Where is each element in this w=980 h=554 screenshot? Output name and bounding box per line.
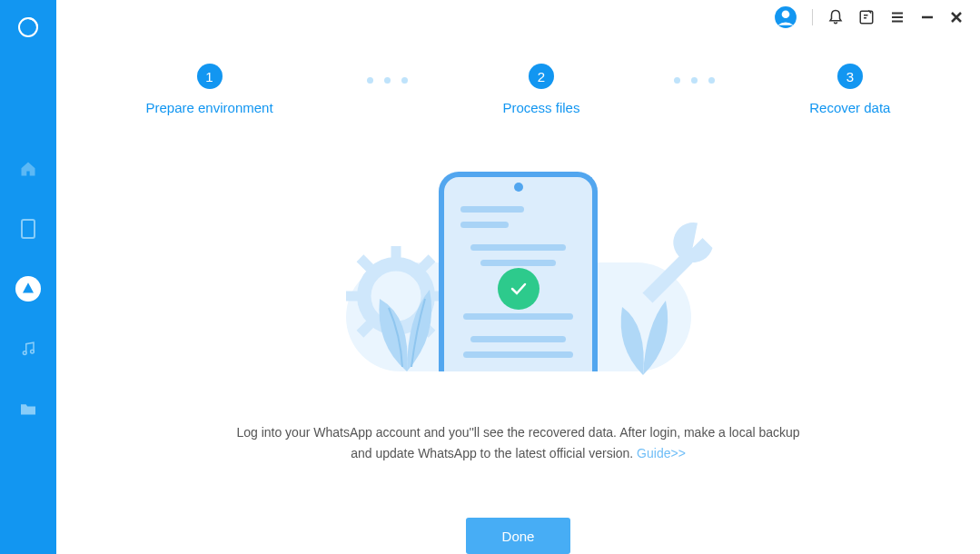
step-2: 2 Process files xyxy=(502,64,579,115)
feedback-icon[interactable] xyxy=(858,9,875,25)
sidebar-item-music[interactable] xyxy=(15,336,41,361)
done-button[interactable]: Done xyxy=(466,518,570,554)
close-button[interactable] xyxy=(949,10,964,25)
minimize-button[interactable] xyxy=(920,10,935,25)
sidebar-nav xyxy=(15,156,41,421)
step-number: 3 xyxy=(837,64,863,89)
svg-rect-1 xyxy=(22,220,35,238)
step-number: 2 xyxy=(529,64,554,89)
svg-point-2 xyxy=(23,351,26,355)
main-content: 1 Prepare environment 2 Process files 3 … xyxy=(56,0,980,554)
sidebar-item-home[interactable] xyxy=(15,156,41,182)
step-dots xyxy=(674,77,715,84)
bell-icon[interactable] xyxy=(827,9,844,25)
menu-icon[interactable] xyxy=(889,9,906,25)
app-logo-icon xyxy=(17,16,39,38)
sidebar-item-cloud[interactable] xyxy=(15,276,41,302)
step-dots xyxy=(367,77,408,84)
checkmark-icon xyxy=(498,268,539,310)
progress-steps: 1 Prepare environment 2 Process files 3 … xyxy=(146,64,891,115)
svg-rect-8 xyxy=(391,246,401,262)
titlebar xyxy=(56,0,980,35)
leaf-icon xyxy=(611,293,684,375)
phone-illustration-icon xyxy=(439,172,598,371)
svg-point-5 xyxy=(782,11,790,19)
svg-rect-10 xyxy=(346,292,362,302)
titlebar-divider xyxy=(812,9,813,25)
guide-link[interactable]: Guide>> xyxy=(637,446,686,460)
instruction-text: Log into your WhatsApp account and you''… xyxy=(228,422,809,463)
step-3: 3 Recover data xyxy=(809,64,890,115)
svg-point-3 xyxy=(31,350,35,353)
account-icon[interactable] xyxy=(774,5,797,29)
step-number: 1 xyxy=(197,64,223,89)
sidebar-item-folder[interactable] xyxy=(15,396,41,421)
step-label: Process files xyxy=(502,100,579,115)
step-label: Recover data xyxy=(809,100,890,115)
step-label: Prepare environment xyxy=(146,100,273,115)
leaf-icon xyxy=(366,281,448,371)
sidebar-item-phone[interactable] xyxy=(15,216,41,242)
step-1: 1 Prepare environment xyxy=(146,64,273,115)
sidebar xyxy=(0,0,56,554)
success-illustration xyxy=(328,163,709,371)
instruction-body: Log into your WhatsApp account and you''… xyxy=(236,425,799,460)
content-area: 1 Prepare environment 2 Process files 3 … xyxy=(56,35,980,554)
